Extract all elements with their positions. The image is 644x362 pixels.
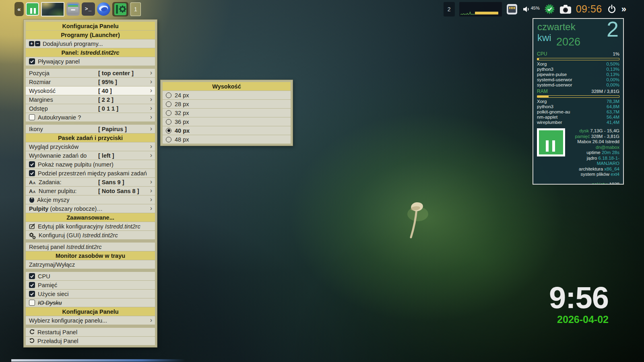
menu-item[interactable]: Odstęp[ 0 1 1 ]› <box>26 104 155 113</box>
menu-item[interactable]: Podziel przestrzeń między paskami zadań <box>26 169 155 177</box>
menu-item[interactable]: Pokaż nazwę pulpitu (numer) <box>26 160 155 169</box>
menu-item[interactable]: Resetuj panel Istredd.tint2rc <box>26 243 155 251</box>
panel-expand-button[interactable]: » <box>621 5 626 14</box>
submenu-option[interactable]: 32 px <box>163 109 291 117</box>
menu-item[interactable]: Użycie sieci <box>26 290 155 298</box>
menu-item[interactable]: Pulpity (obszary robocze)…› <box>26 204 155 213</box>
radio-icon[interactable] <box>166 128 171 134</box>
conky-process-row: systemd-userwor0,00% <box>537 82 619 88</box>
workspace-button[interactable]: 2 <box>444 2 455 16</box>
menu-item-label: Autoukrywanie ? <box>38 114 81 121</box>
menu-item[interactable]: Rozmiar[ 95% ]› <box>26 78 155 86</box>
menu-item-label: Restartuj Panel <box>37 329 77 335</box>
menu-item-filename: Istredd.tint2rc <box>79 49 120 56</box>
checkbox-icon[interactable] <box>29 170 35 176</box>
menu-item[interactable]: +−Dodaj/usuń programy... <box>26 39 155 48</box>
menu-section-gap <box>26 122 155 124</box>
menu-item-filename: Istredd.tint2rc <box>103 223 140 230</box>
submenu-arrow-icon: › <box>150 95 152 103</box>
menu-item[interactable]: Pamięć <box>26 281 155 289</box>
panel-clock[interactable]: 09:56 <box>576 3 602 15</box>
submenu-option[interactable]: 36 px <box>163 117 291 126</box>
submenu-arrow-icon: › <box>150 151 152 158</box>
checkbox-icon[interactable] <box>29 300 35 306</box>
checkbox-icon[interactable] <box>29 282 35 288</box>
menu-item[interactable]: Restartuj Panel <box>26 328 155 336</box>
system-monitor-graph[interactable] <box>459 2 502 16</box>
submenu-option-label: 40 px <box>175 128 190 134</box>
menu-header: Panel: Istredd.tint2rc <box>26 48 155 57</box>
wallpaper-thumbnail[interactable] <box>41 2 64 16</box>
taskbar-button-1[interactable]: 1 <box>130 2 141 16</box>
terminal-icon[interactable]: >_ <box>82 2 95 16</box>
menu-item[interactable]: Akcje myszy› <box>26 195 155 204</box>
radio-icon[interactable] <box>166 137 171 142</box>
submenu-header: Wysokość <box>163 82 291 90</box>
submenu-option[interactable]: 40 px <box>163 126 291 135</box>
conky-cpu-header: CPU 1% <box>537 51 619 57</box>
checkbox-icon[interactable] <box>29 114 35 120</box>
menu-item[interactable]: Pozycja[ top center ]› <box>26 69 155 77</box>
menu-item[interactable]: AANumer pulpitu:[ Noto Sans 8 ]› <box>26 187 155 195</box>
checkbox-icon[interactable] <box>29 58 35 64</box>
menu-item[interactable]: Edytuj plik konfiguracyjny Istredd.tint2… <box>26 222 155 230</box>
menu-item-label: Podziel przestrzeń między paskami zadań <box>38 170 147 177</box>
conky-cpu-bar <box>537 58 619 60</box>
font-icon: AA <box>29 188 36 194</box>
radio-icon[interactable] <box>166 93 171 98</box>
menu-item[interactable]: Wybierz konfigurację panelu...› <box>26 316 155 325</box>
menu-item[interactable]: Wygląd przycisków› <box>26 142 155 151</box>
conky-info-label: pakiety: <box>592 182 609 185</box>
menu-item[interactable]: AAZadania:[ Sans 9 ]› <box>26 178 155 186</box>
conky-date: czwartek kwi 2026 2 <box>537 21 619 50</box>
menu-item[interactable]: IO Dysku <box>26 298 155 307</box>
menu-item[interactable]: Przeładuj Panel <box>26 337 155 345</box>
menu-item-label: Konfiguracja Panelu <box>62 309 118 315</box>
menu-item-label: Panel: Istredd.tint2rc <box>61 49 119 56</box>
menu-item[interactable]: Wysokość[ 40 ]› <box>26 86 155 95</box>
conky-info-line: dysk 7,13G - 15,4G <box>565 128 619 134</box>
checkbox-icon[interactable] <box>29 273 35 279</box>
mabox-menu-icon[interactable] <box>26 2 39 16</box>
menu-item-label: Pasek zadań i przyciski <box>58 135 123 141</box>
submenu-option[interactable]: 28 px <box>163 100 291 108</box>
panel-collapse-button[interactable]: « <box>14 2 24 16</box>
menu-item-label: IO Dysku <box>38 300 62 306</box>
menu-item[interactable]: Zatrzymaj/Wyłącz <box>26 260 155 269</box>
tint2-settings-icon[interactable] <box>112 2 128 16</box>
radio-icon[interactable] <box>166 110 171 116</box>
desktop-clock-time: 9:56 <box>549 283 609 312</box>
browser-icon[interactable] <box>97 2 110 16</box>
submenu-option[interactable]: 48 px <box>163 135 291 144</box>
camera-icon[interactable] <box>559 4 572 14</box>
process-value: 0,50% <box>606 62 619 67</box>
conky-process-row: python30,13% <box>537 67 619 72</box>
checkbox-icon[interactable] <box>29 161 35 167</box>
menu-item[interactable]: Konfiguruj (GUI) Istredd.tint2rc <box>26 231 155 239</box>
network-icon[interactable] <box>506 4 518 15</box>
menu-item[interactable]: Margines[ 2 2 ]› <box>26 95 155 104</box>
menu-section-gap <box>26 325 155 327</box>
power-icon[interactable] <box>607 4 617 14</box>
menu-item[interactable]: Wyrównanie zadań do[ left ]› <box>26 151 155 160</box>
menu-item-label: Konfiguruj (GUI) Istredd.tint2rc <box>39 232 118 239</box>
menu-item[interactable]: Ikony[ Papirus ]› <box>26 125 155 133</box>
menu-item[interactable]: CPU <box>26 272 155 280</box>
radio-icon[interactable] <box>166 101 171 107</box>
conky-info-spacer <box>565 177 619 182</box>
menu-item[interactable]: Pływający panel <box>26 57 155 66</box>
conky-ram-total: 328M / 3,81G <box>591 89 619 94</box>
volume-control[interactable]: 45% <box>522 5 540 14</box>
checkbox-icon[interactable] <box>29 291 35 297</box>
menu-item[interactable]: Autoukrywanie ?› <box>26 113 155 121</box>
submenu-option[interactable]: 24 px <box>163 91 291 99</box>
verified-badge-icon[interactable] <box>544 4 555 14</box>
gears-icon <box>29 232 36 238</box>
radio-icon[interactable] <box>166 119 171 125</box>
menu-item-value: [ 95% ] <box>98 79 117 85</box>
desktop-clock: 9:56 2026-04-02 <box>549 283 609 325</box>
conky-info-line: Mabox 26.04 Istredd <box>565 139 619 145</box>
bottom-edge-highlight <box>11 359 185 362</box>
file-manager-icon[interactable] <box>66 2 80 16</box>
menu-section-gap <box>26 66 155 68</box>
